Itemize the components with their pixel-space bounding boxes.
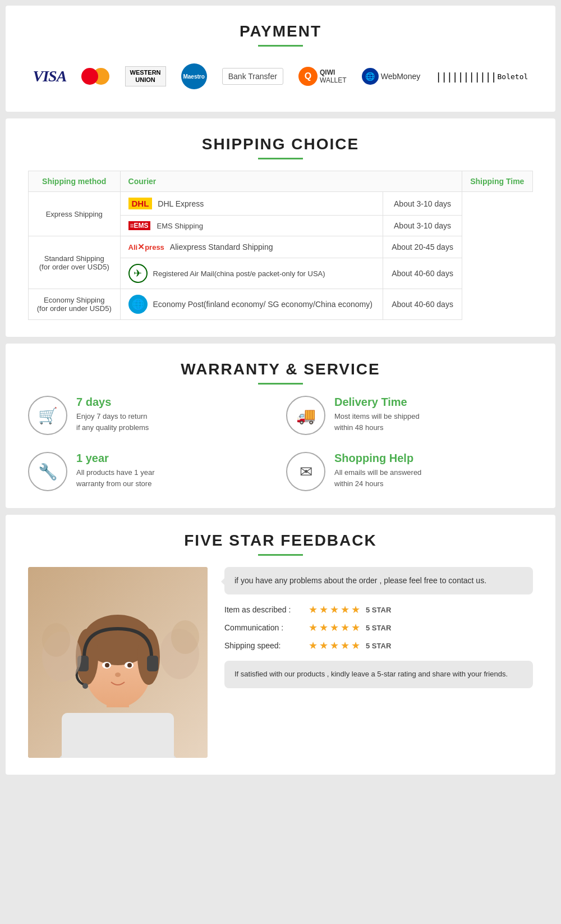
svg-rect-14 xyxy=(147,656,158,671)
returns-highlight: 7 days xyxy=(76,396,149,409)
star-3: ★ xyxy=(330,603,339,616)
svg-point-12 xyxy=(115,673,121,677)
dhl-name: DHL Express xyxy=(158,199,204,208)
stars-speed: ★ ★ ★ ★ ★ xyxy=(309,639,360,652)
rating-label-speed: Shipping speed: xyxy=(224,641,303,650)
star-5: ★ xyxy=(351,603,360,616)
star-2: ★ xyxy=(319,603,328,616)
star-2: ★ xyxy=(319,639,328,652)
un-icon: 🌐 xyxy=(128,295,148,314)
dhl-time: About 3-10 days xyxy=(383,192,462,216)
payment-underline xyxy=(258,45,303,47)
warranty-highlight: 1 year xyxy=(76,452,154,465)
star-1: ★ xyxy=(309,639,318,652)
shipping-table: Shipping method Courier Shipping Time Ex… xyxy=(28,171,533,320)
header-time: Shipping Time xyxy=(462,171,532,192)
economy-row: 🌐 Economy Post(finland economy/ SG econo… xyxy=(128,295,375,314)
delivery-highlight: Delivery Time xyxy=(334,396,420,409)
header-courier: Courier xyxy=(120,171,462,192)
rating-row-comm: Communication : ★ ★ ★ ★ ★ 5 STAR xyxy=(224,621,533,634)
warranty-title: WARRANTY & SERVICE xyxy=(28,360,533,378)
visa-logo: VISA xyxy=(33,67,67,85)
warranty-desc: All products have 1 yearwarranty from ou… xyxy=(76,467,154,489)
ems-time: About 3-10 days xyxy=(383,216,462,236)
wm-globe: 🌐 xyxy=(362,68,379,85)
ems-cell: ≡EMS EMS Shipping xyxy=(120,216,383,236)
table-row: Standard Shipping(for order over USD5) A… xyxy=(29,236,533,258)
warranty-text: 1 year All products have 1 yearwarranty … xyxy=(76,452,154,489)
warranty-section: WARRANTY & SERVICE 🛒 7 days Enjoy 7 days… xyxy=(6,344,555,508)
delivery-text: Delivery Time Most items will be shipped… xyxy=(334,396,420,433)
maestro-logo: Maestro xyxy=(181,63,207,89)
airmail-cell: ✈ Registered Air Mail(china post/e packe… xyxy=(120,258,383,289)
feedback-underline xyxy=(258,554,303,556)
economy-shipping-label: Economy Shipping(for order under USD5) xyxy=(29,289,121,320)
returns-desc: Enjoy 7 days to returnif any quality pro… xyxy=(76,411,149,433)
economy-name: Economy Post(finland economy/ SG economy… xyxy=(153,300,373,309)
star-label-described: 5 STAR xyxy=(366,606,391,614)
bank-transfer-logo: Bank Transfer xyxy=(222,68,283,85)
speech-bubble-bottom: If satisfied with our products , kindly … xyxy=(224,661,533,688)
header-method: Shipping method xyxy=(29,171,121,192)
ali-name: Aliexpress Standard Shipping xyxy=(170,243,273,251)
webmoney-logo: 🌐 WebMoney xyxy=(362,68,421,85)
wrench-icon: 🔧 xyxy=(28,452,67,491)
star-5: ★ xyxy=(351,621,360,634)
shipping-underline xyxy=(258,158,303,159)
airmail-time: About 40-60 days xyxy=(383,258,462,289)
warranty-item-returns: 🛒 7 days Enjoy 7 days to returnif any qu… xyxy=(28,396,275,435)
express-shipping-label: Express Shipping xyxy=(29,192,121,236)
ali-cell: Ali✕press Aliexpress Standard Shipping xyxy=(120,236,383,258)
stars-described: ★ ★ ★ ★ ★ xyxy=(309,603,360,616)
shipping-title: SHIPPING CHOICE xyxy=(28,135,533,153)
qiwi-logo: Q QIWIWALLET xyxy=(298,67,347,86)
ems-name: EMS Shipping xyxy=(157,222,203,230)
dhl-row: DHL DHL Express xyxy=(128,198,375,209)
airmail-row: ✈ Registered Air Mail(china post/e packe… xyxy=(128,264,375,283)
ems-row: ≡EMS EMS Shipping xyxy=(128,221,375,230)
rating-row-described: Item as described : ★ ★ ★ ★ ★ 5 STAR xyxy=(224,603,533,616)
star-5: ★ xyxy=(351,639,360,652)
star-4: ★ xyxy=(341,621,350,634)
payment-section: PAYMENT VISA WESTERNUNION Maestro Bank T… xyxy=(6,6,555,112)
boleto-logo: ||||||||||| Boletol xyxy=(435,71,528,83)
qiwi-text: QIWIWALLET xyxy=(320,68,347,85)
warranty-grid: 🛒 7 days Enjoy 7 days to returnif any qu… xyxy=(28,396,533,491)
support-highlight: Shopping Help xyxy=(334,452,421,465)
svg-point-18 xyxy=(42,623,70,657)
mastercard-logo xyxy=(81,68,109,85)
star-3: ★ xyxy=(330,621,339,634)
support-text: Shopping Help All emails will be answere… xyxy=(334,452,421,489)
ratings-block: Item as described : ★ ★ ★ ★ ★ 5 STAR Com… xyxy=(224,603,533,652)
support-desc: All emails will be answeredwithin 24 hou… xyxy=(334,467,421,489)
rating-row-speed: Shipping speed: ★ ★ ★ ★ ★ 5 STAR xyxy=(224,639,533,652)
returns-text: 7 days Enjoy 7 days to returnif any qual… xyxy=(76,396,149,433)
star-label-comm: 5 STAR xyxy=(366,624,391,632)
warranty-item-warranty: 🔧 1 year All products have 1 yearwarrant… xyxy=(28,452,275,491)
dhl-logo-cell: DHL DHL Express xyxy=(120,192,383,216)
shipping-section: SHIPPING CHOICE Shipping method Courier … xyxy=(6,118,555,337)
table-row: Economy Shipping(for order under USD5) 🌐… xyxy=(29,289,533,320)
svg-point-10 xyxy=(105,663,109,667)
airmail-icon: ✈ xyxy=(128,264,148,283)
star-label-speed: 5 STAR xyxy=(366,642,391,650)
agent-photo xyxy=(28,567,208,758)
warranty-item-support: ✉ Shopping Help All emails will be answe… xyxy=(286,452,533,491)
star-1: ★ xyxy=(309,603,318,616)
webmoney-text: WebMoney xyxy=(381,72,421,81)
warranty-underline xyxy=(258,383,303,385)
rating-label-described: Item as described : xyxy=(224,605,303,614)
star-1: ★ xyxy=(309,621,318,634)
svg-rect-2 xyxy=(62,713,174,758)
star-4: ★ xyxy=(341,639,350,652)
economy-time: About 40-60 days xyxy=(383,289,462,320)
warranty-item-delivery: 🚚 Delivery Time Most items will be shipp… xyxy=(286,396,533,435)
feedback-title: FIVE STAR FEEDBACK xyxy=(28,532,533,550)
economy-cell: 🌐 Economy Post(finland economy/ SG econo… xyxy=(120,289,383,320)
payment-logos: VISA WESTERNUNION Maestro Bank Transfer … xyxy=(28,58,533,95)
airmail-name: Registered Air Mail(china post/e packet-… xyxy=(153,269,325,278)
star-3: ★ xyxy=(330,639,339,652)
star-4: ★ xyxy=(341,603,350,616)
svg-point-19 xyxy=(171,620,199,654)
qiwi-icon: Q xyxy=(298,67,318,86)
